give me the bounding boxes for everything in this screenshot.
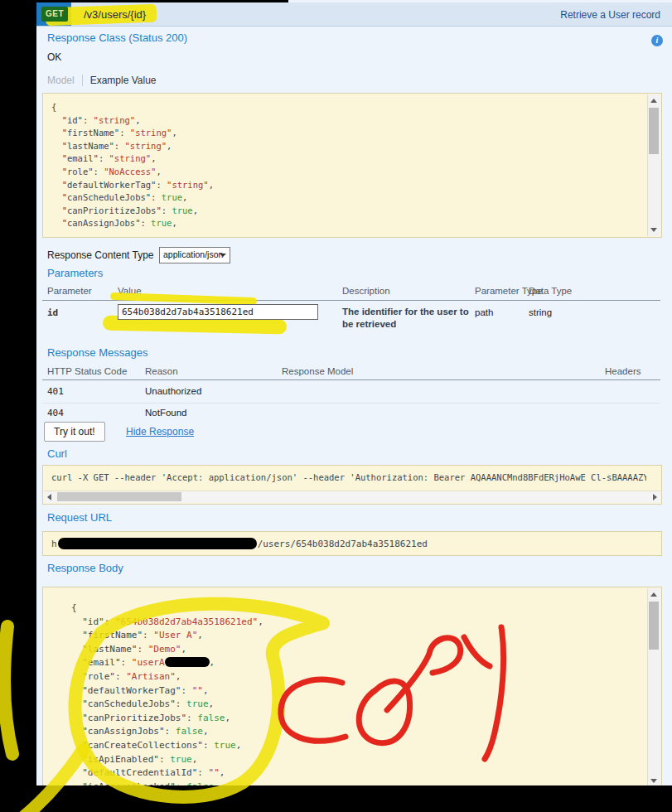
response-class-heading: Response Class (Status 200) [47,31,187,44]
swagger-operation-page: GET /v3/users/{id} Retrieve a User recor… [0,0,672,812]
param-col-data-type: Data Type [529,286,572,296]
scrollbar-thumb[interactable] [57,492,181,501]
curl-command: curl -X GET --header 'Accept: applicatio… [51,472,646,482]
summary-link[interactable]: Retrieve a User record [560,9,660,21]
email-redaction-mark [165,657,210,667]
response-body-block: { "id": "654b038d2d7ab4a3518621ed", "fir… [42,587,662,789]
content-type-select[interactable]: application/json [159,247,230,263]
reason-cell: NotFound [145,408,187,418]
scroll-down-icon[interactable] [650,228,657,232]
param-col-parameter: Parameter [47,286,92,296]
try-it-out-button[interactable]: Try it out! [44,422,105,442]
chevron-down-icon [220,254,226,257]
black-bottom-bar [0,785,672,812]
example-value-code: { "id": "string", "firstName": "string",… [43,94,648,237]
param-description: The identifier for the user to be retrie… [342,306,471,331]
black-left-bar [0,0,36,812]
parameters-heading: Parameters [47,267,103,279]
url-prefix: h [51,539,57,549]
curl-code-block: curl -X GET --header 'Accept: applicatio… [42,465,662,505]
scroll-left-icon[interactable] [47,494,51,500]
vertical-scrollbar[interactable] [647,94,660,236]
status-text: OK [47,51,61,63]
request-url-heading: Request URL [47,511,112,524]
method-badge[interactable]: GET [41,7,68,22]
request-url-value: h/users/654b038d2d7ab4a3518621ed [51,538,428,551]
param-col-description: Description [342,286,390,296]
response-body-code: { "id": "654b038d2d7ab4a3518621ed", "fir… [43,587,648,788]
scroll-up-icon[interactable] [650,99,657,103]
scroll-down-icon[interactable] [650,779,657,783]
param-type: path [475,307,493,317]
param-value-input[interactable] [118,304,318,320]
status-code-cell: 404 [47,408,64,418]
msg-col-status-code: HTTP Status Code [47,366,127,376]
url-redaction-mark [58,538,257,549]
msg-col-response-model: Response Model [282,366,353,376]
response-content-type-label: Response Content Type [47,249,154,261]
highlighter-value-annotation-1 [110,292,257,305]
vertical-scrollbar[interactable] [647,588,660,787]
horizontal-scrollbar[interactable] [44,491,660,503]
info-icon[interactable]: i [651,35,663,46]
msg-col-headers: Headers [605,366,641,376]
status-code-cell: 401 [47,386,64,397]
request-url-block: h/users/654b038d2d7ab4a3518621ed [42,531,662,556]
table-header-divider [42,379,660,380]
reason-cell: Unauthorized [145,386,201,396]
black-top-edge [0,0,288,2]
response-body-heading: Response Body [47,562,123,574]
param-name: id [47,307,58,318]
tab-model[interactable]: Model [47,75,83,86]
hide-response-link[interactable]: Hide Response [126,426,194,437]
endpoint-path[interactable]: /v3/users/{id} [84,8,146,21]
tab-example-value[interactable]: Example Value [83,75,157,86]
operation-header-bar: GET /v3/users/{id} Retrieve a User recor… [36,2,672,27]
content-type-selected: application/json [163,249,223,259]
schema-tabs: ModelExample Value [47,75,157,86]
row-divider [42,403,660,404]
scrollbar-thumb[interactable] [649,108,659,154]
example-value-code-block: { "id": "string", "firstName": "string",… [42,93,662,238]
scroll-right-icon[interactable] [653,494,657,500]
scrollbar-thumb[interactable] [649,602,659,650]
curl-heading: Curl [47,447,67,460]
msg-col-reason: Reason [145,366,178,376]
response-messages-heading: Response Messages [47,346,147,359]
url-suffix: /users/654b038d2d7ab4a3518621ed [258,539,428,549]
scroll-up-icon[interactable] [650,592,657,597]
param-data-type: string [529,307,552,317]
